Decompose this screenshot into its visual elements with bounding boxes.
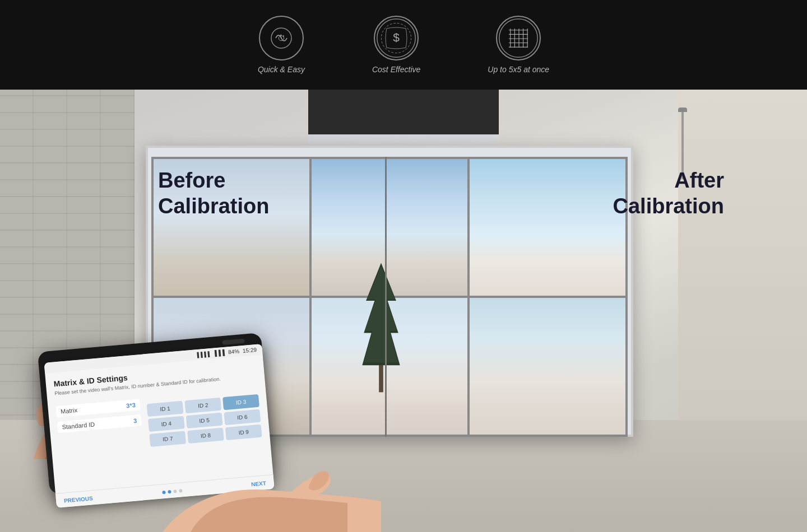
feature-cost-effective: $ Cost Effective [372, 16, 420, 74]
5x5-icon [496, 16, 541, 60]
svg-marker-19 [364, 265, 398, 362]
cost-effective-label: Cost Effective [372, 65, 420, 74]
hand-bottom [134, 409, 387, 532]
matrix-label: Matrix [61, 407, 78, 415]
settings-panel: Matrix 3*3 Standard ID 3 [55, 399, 143, 455]
tree [359, 258, 404, 398]
standard-id-row: Standard ID 3 [57, 414, 142, 433]
standard-id-label: Standard ID [62, 421, 95, 431]
top-bar: ⏱ Quick & Easy $ Cost Effective [0, 0, 807, 90]
phone-camera [222, 339, 245, 345]
wall-cell-1-3 [470, 159, 625, 296]
wall-cell-1-1 [154, 159, 309, 296]
wall-cell-2-3 [470, 298, 625, 435]
cost-effective-icon: $ [374, 16, 419, 60]
signal-indicator: ▌▌▌▌ [197, 351, 211, 357]
main-scene: Before Calibration After Calibration [0, 90, 807, 532]
time-indicator: 15:29 [243, 347, 257, 354]
ceiling-light [308, 90, 499, 134]
divider-line [385, 157, 387, 437]
id-cell-3[interactable]: ID 3 [222, 394, 259, 410]
quick-easy-icon: ⏱ [259, 16, 304, 60]
feature-quick-easy: ⏱ Quick & Easy [258, 16, 305, 74]
prev-button[interactable]: PREVIOUS [64, 495, 93, 503]
5x5-label: Up to 5x5 at once [488, 65, 549, 74]
lamp-post [681, 112, 684, 179]
matrix-value: 3*3 [126, 402, 136, 409]
quick-easy-label: Quick & Easy [258, 65, 305, 74]
battery-indicator: ▌▌▌ 84% [215, 348, 240, 357]
feature-5x5: Up to 5x5 at once [488, 16, 549, 74]
svg-text:$: $ [393, 31, 400, 44]
svg-point-5 [499, 19, 537, 57]
